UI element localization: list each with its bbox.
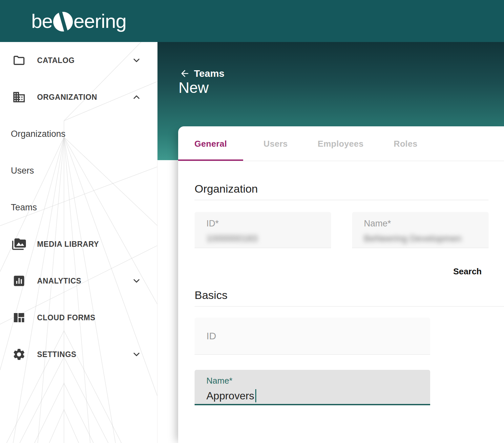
sidebar-item-organizations[interactable]: Organizations	[0, 116, 157, 152]
sidebar-nav: CATALOG ORGANIZATION Organizations Users…	[0, 42, 157, 373]
text-cursor	[255, 389, 256, 402]
detail-card: General Users Employees Roles Organizati…	[178, 126, 504, 443]
tab-content-general: Organization ID* 1000000183 Name* BeNeer…	[178, 182, 504, 405]
sidebar-item-teams[interactable]: Teams	[0, 189, 157, 226]
beneering-logo[interactable]: be eering	[0, 0, 158, 42]
sidebar-item-media-library[interactable]: MEDIA LIBRARY	[0, 226, 157, 263]
field-value-blurred: 1000000183	[206, 233, 331, 244]
chevron-down-icon[interactable]	[132, 276, 141, 286]
tab-users[interactable]: Users	[243, 126, 308, 161]
sidebar-item-cloud-forms[interactable]: CLOUD FORMS	[0, 299, 157, 336]
sidebar-item-label: ANALYTICS	[37, 277, 81, 285]
logo-text-right: eering	[74, 10, 126, 32]
sidebar-item-label: Users	[11, 166, 34, 176]
sidebar-item-label: Organizations	[11, 129, 66, 139]
media-library-icon	[12, 237, 26, 251]
sidebar-item-label: CLOUD FORMS	[37, 313, 95, 322]
id-placeholder: ID	[206, 330, 216, 342]
sidebar-item-analytics[interactable]: ANALYTICS	[0, 263, 157, 299]
search-button[interactable]: Search	[453, 266, 482, 276]
cloud-forms-icon	[12, 311, 26, 325]
chevron-down-icon[interactable]	[132, 55, 141, 65]
top-bar: be eering	[0, 0, 504, 42]
sidebar-item-catalog[interactable]: CATALOG	[0, 42, 157, 79]
sidebar-item-label: SETTINGS	[37, 350, 76, 359]
basics-id-input[interactable]: ID	[195, 318, 430, 355]
field-label: ID*	[206, 219, 331, 229]
tab-bar: General Users Employees Roles	[178, 126, 504, 161]
field-label: Name*	[364, 219, 489, 229]
basics-name-input[interactable]: Name* Approvers	[195, 370, 430, 405]
section-divider	[195, 200, 489, 200]
tab-employees[interactable]: Employees	[308, 126, 373, 161]
folder-icon	[12, 53, 26, 67]
breadcrumb-back-teams[interactable]: Teams	[179, 68, 224, 79]
page-title: New	[178, 79, 209, 96]
tab-roles[interactable]: Roles	[373, 126, 438, 161]
organization-id-field[interactable]: ID* 1000000183	[195, 212, 331, 248]
organization-name-field[interactable]: Name* BeNeering Developmen	[352, 212, 489, 248]
section-divider	[195, 306, 504, 306]
organization-section-heading: Organization	[195, 182, 504, 195]
sidebar-item-label: MEDIA LIBRARY	[37, 240, 99, 249]
chevron-up-icon[interactable]	[132, 92, 141, 102]
name-field-label: Name*	[206, 376, 430, 386]
sidebar-item-label: ORGANIZATION	[37, 93, 97, 102]
organization-fields-row: ID* 1000000183 Name* BeNeering Developme…	[195, 212, 489, 248]
sidebar-item-label: CATALOG	[37, 56, 75, 65]
sidebar: CATALOG ORGANIZATION Organizations Users…	[0, 42, 158, 443]
logo-n-icon	[53, 11, 73, 32]
settings-gear-icon	[12, 348, 26, 361]
sidebar-item-settings[interactable]: SETTINGS	[0, 336, 157, 373]
organization-icon	[12, 90, 26, 104]
logo-text-left: be	[31, 10, 52, 32]
analytics-icon	[12, 274, 26, 288]
breadcrumb-label: Teams	[194, 68, 224, 79]
tab-general[interactable]: General	[178, 126, 243, 161]
name-field-value: Approvers	[206, 390, 254, 402]
sidebar-item-label: Teams	[11, 202, 37, 213]
sidebar-item-organization[interactable]: ORGANIZATION	[0, 79, 157, 116]
chevron-down-icon[interactable]	[132, 349, 141, 359]
arrow-left-icon	[179, 68, 190, 79]
search-row: Search	[195, 266, 482, 277]
basics-section-heading: Basics	[195, 288, 504, 302]
sidebar-item-users[interactable]: Users	[0, 152, 157, 189]
field-value-blurred: BeNeering Developmen	[364, 233, 489, 244]
